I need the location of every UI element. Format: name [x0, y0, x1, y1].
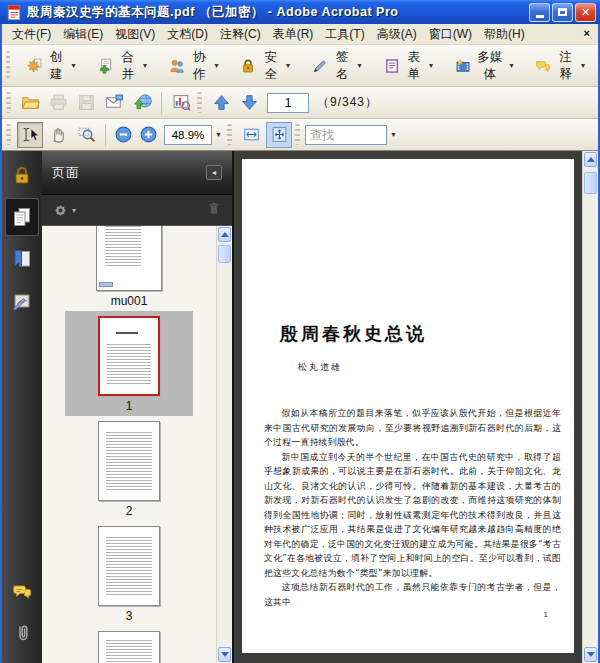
thumbnail-mu001[interactable]: mu001: [65, 226, 193, 311]
panel-options-caret: ▾: [72, 206, 76, 215]
create-button[interactable]: 创建 ▾: [18, 45, 84, 87]
thumbnail-list: mu001 1 2 3: [42, 226, 216, 663]
find-input[interactable]: [305, 125, 387, 145]
arrow-up-icon: [587, 157, 595, 162]
thumbnail-page-preview: [98, 631, 160, 663]
thumbnail-page-2[interactable]: 2: [65, 416, 193, 521]
thumbnails-scrollbar[interactable]: [216, 226, 232, 663]
pages-panel-button[interactable]: [6, 199, 38, 235]
combine-icon: [97, 55, 113, 77]
print-production-button[interactable]: [168, 90, 194, 116]
upload-button[interactable]: [129, 90, 155, 116]
signatures-panel-button[interactable]: [6, 283, 38, 319]
menu-edit[interactable]: 编辑(E): [58, 24, 108, 45]
email-button[interactable]: [101, 90, 127, 116]
task-button-label: 合并: [119, 49, 137, 83]
fit-width-button[interactable]: [238, 122, 264, 148]
zoom-marquee-button[interactable]: [73, 122, 99, 148]
trash-icon: [206, 200, 222, 216]
pages-panel-header: 页面 ◄: [42, 151, 232, 195]
comment-button[interactable]: 注释 ▾: [527, 45, 593, 87]
combine-button[interactable]: 合并 ▾: [89, 45, 155, 87]
document-author: 松丸道雄: [298, 361, 574, 374]
collaborate-button[interactable]: 协作 ▾: [161, 45, 227, 87]
menu-advanced[interactable]: 高级(A): [372, 24, 422, 45]
toolbar-grip[interactable]: [295, 124, 300, 146]
menu-tools[interactable]: 工具(T): [320, 24, 369, 45]
sign-button[interactable]: 签名 ▾: [304, 45, 370, 87]
toolbar-grip[interactable]: [197, 92, 202, 114]
multimedia-button[interactable]: 多媒体 ▾: [447, 45, 521, 87]
thumbnails-area: mu001 1 2 3: [42, 225, 232, 663]
toolbar-grip[interactable]: [6, 124, 11, 146]
thumbnail-page-1-selected[interactable]: 1: [65, 311, 193, 416]
document-close-icon[interactable]: ×: [584, 27, 590, 39]
toolbar-grip[interactable]: [6, 51, 10, 80]
attachments-icon: [11, 622, 33, 644]
menu-comments[interactable]: 注释(C): [215, 24, 266, 45]
page-count-label: （9/343）: [317, 94, 378, 111]
print-button[interactable]: [45, 90, 71, 116]
view-toolbar: 48.9% ▾ ▾: [2, 119, 598, 151]
close-button[interactable]: ✕: [575, 3, 596, 22]
hand-tool-button[interactable]: [45, 122, 71, 148]
fit-width-icon: [242, 125, 261, 144]
acrobat-window: 殷周秦汉史学的基本问题.pdf （已加密） - Adobe Acrobat Pr…: [0, 0, 600, 663]
scroll-up-button[interactable]: [584, 152, 597, 167]
scrollbar-thumb[interactable]: [218, 245, 231, 263]
menu-help[interactable]: 帮助(H): [479, 24, 530, 45]
menu-forms[interactable]: 表单(R): [268, 24, 319, 45]
open-button[interactable]: [17, 90, 43, 116]
zoom-in-button[interactable]: [137, 123, 160, 146]
next-page-button[interactable]: [236, 90, 262, 116]
scrollbar-thumb[interactable]: [584, 172, 597, 194]
zoom-out-button[interactable]: [112, 123, 135, 146]
document-paragraph: 这项总结新石器时代的工作，虽然只能依靠专门的考古学者，但是，这其中: [264, 580, 561, 609]
comments-panel-button[interactable]: [6, 573, 38, 609]
scroll-up-button[interactable]: [218, 227, 231, 242]
dropdown-caret: ▾: [429, 61, 433, 70]
menu-window[interactable]: 窗口(W): [424, 24, 477, 45]
document-scrollbar[interactable]: [582, 151, 598, 663]
task-button-label: 创建: [47, 49, 65, 83]
menu-view[interactable]: 视图(V): [110, 24, 160, 45]
bookmarks-panel-button[interactable]: [6, 241, 38, 277]
menu-document[interactable]: 文档(D): [162, 24, 213, 45]
save-button[interactable]: [73, 90, 99, 116]
toolbar-grip[interactable]: [227, 124, 232, 146]
scroll-down-button[interactable]: [584, 647, 597, 662]
find-dropdown-caret[interactable]: ▾: [387, 125, 400, 145]
previous-page-button[interactable]: [208, 90, 234, 116]
arrow-down-icon: [587, 652, 595, 657]
security-panel-button[interactable]: [6, 157, 38, 193]
forms-button[interactable]: 表单 ▾: [376, 45, 442, 87]
forms-icon: [384, 55, 400, 77]
task-button-label: 多媒体: [476, 49, 503, 83]
zoom-dropdown-caret[interactable]: ▾: [212, 125, 225, 145]
document-body: 假如从本稿所立的题目来落笔，似乎应该从殷代开始，但是根据近年来中国古代研究的发展…: [264, 406, 561, 609]
task-button-label: 协作: [190, 49, 208, 83]
fit-page-icon: [270, 125, 289, 144]
secure-button[interactable]: 安全 ▾: [232, 45, 298, 87]
maximize-button[interactable]: [552, 3, 573, 22]
fit-page-button[interactable]: [266, 122, 292, 148]
scroll-down-button[interactable]: [218, 647, 231, 662]
panel-collapse-button[interactable]: ◄: [206, 165, 222, 180]
pages-panel-toolbar: ▾: [42, 195, 232, 225]
pdf-page[interactable]: 殷周春秋史总说 松丸道雄 假如从本稿所立的题目来落笔，似乎应该从殷代开始，但是根…: [242, 159, 574, 653]
minimize-button[interactable]: [529, 3, 550, 22]
toolbar-grip[interactable]: [6, 92, 11, 114]
select-tool-button[interactable]: [17, 122, 43, 148]
delete-pages-button[interactable]: [206, 200, 222, 220]
zoom-level-value[interactable]: 48.9%: [164, 125, 212, 145]
dropdown-caret: ▾: [509, 61, 513, 70]
thumbnail-page-4[interactable]: [65, 626, 193, 663]
menu-file[interactable]: 文件(F): [7, 24, 56, 45]
attachments-panel-button[interactable]: [6, 615, 38, 651]
panel-options-button[interactable]: ▾: [52, 202, 76, 219]
create-icon: [26, 55, 42, 77]
hand-tool-icon: [49, 125, 68, 144]
chart-icon: [172, 93, 191, 112]
page-number-input[interactable]: [267, 93, 309, 113]
thumbnail-page-3[interactable]: 3: [65, 521, 193, 626]
